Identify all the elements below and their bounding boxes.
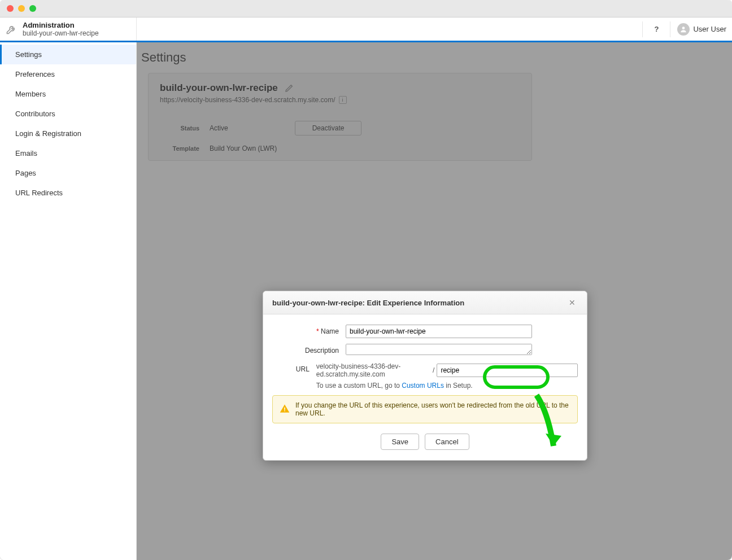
user-chip[interactable]: User User <box>677 23 726 36</box>
topbar-right: ? User User <box>137 18 732 41</box>
sidebar-item-settings[interactable]: Settings <box>0 45 136 64</box>
topbar-brand: Administration build-your-own-lwr-recipe <box>0 18 137 41</box>
sidebar-item-login-registration[interactable]: Login & Registration <box>0 124 136 143</box>
url-slash: / <box>433 366 434 374</box>
sidebar-item-label: Emails <box>15 149 37 158</box>
sidebar-item-pages[interactable]: Pages <box>0 163 136 183</box>
avatar-icon <box>677 23 690 36</box>
name-field-label: Name <box>321 327 339 335</box>
wrench-icon <box>5 23 18 36</box>
modal-header: build-your-own-lwr-recipe: Edit Experien… <box>263 291 587 314</box>
modal-title: build-your-own-lwr-recipe: Edit Experien… <box>272 299 464 307</box>
window-minimize-button[interactable] <box>18 5 25 12</box>
user-name-label: User User <box>693 25 726 33</box>
sidebar-item-label: URL Redirects <box>15 189 63 197</box>
hint-prefix: To use a custom URL, go to <box>316 382 402 390</box>
custom-urls-link[interactable]: Custom URLs <box>402 382 444 390</box>
help-button[interactable]: ? <box>642 21 670 37</box>
url-field-label: URL <box>272 362 316 373</box>
sidebar-item-label: Login & Registration <box>15 129 81 138</box>
window-titlebar <box>0 0 732 18</box>
save-button[interactable]: Save <box>381 434 419 450</box>
warning-icon <box>280 404 290 415</box>
close-icon[interactable]: ✕ <box>569 298 578 307</box>
sidebar-item-preferences[interactable]: Preferences <box>0 64 136 84</box>
sidebar-item-contributors[interactable]: Contributors <box>0 104 136 124</box>
url-domain-text: velocity-business-4336-dev-ed.scratch.my… <box>316 362 430 378</box>
sidebar-item-label: Pages <box>15 169 36 177</box>
sidebar: Settings Preferences Members Contributor… <box>0 42 137 560</box>
warning-text: If you change the URL of this experience… <box>295 401 570 417</box>
name-input[interactable] <box>346 325 532 338</box>
edit-experience-modal: build-your-own-lwr-recipe: Edit Experien… <box>263 291 587 461</box>
warning-banner: If you change the URL of this experience… <box>272 395 578 423</box>
sidebar-item-label: Preferences <box>15 70 55 78</box>
sidebar-item-label: Settings <box>15 50 42 59</box>
sidebar-item-url-redirects[interactable]: URL Redirects <box>0 183 136 203</box>
description-input[interactable] <box>346 344 532 355</box>
sidebar-item-label: Contributors <box>15 110 55 118</box>
description-field-label: Description <box>272 344 346 355</box>
sidebar-item-emails[interactable]: Emails <box>0 143 136 163</box>
cancel-button[interactable]: Cancel <box>425 434 469 450</box>
sidebar-item-members[interactable]: Members <box>0 84 136 104</box>
topbar: Administration build-your-own-lwr-recipe… <box>0 18 732 42</box>
topbar-subtitle: build-your-own-lwr-recipe <box>23 29 99 37</box>
svg-point-0 <box>682 27 685 29</box>
custom-url-hint: To use a custom URL, go to Custom URLs i… <box>316 382 578 390</box>
url-path-input[interactable] <box>437 364 578 377</box>
hint-suffix: in Setup. <box>444 382 473 390</box>
topbar-title: Administration <box>23 21 99 29</box>
window-maximize-button[interactable] <box>29 5 36 12</box>
sidebar-item-label: Members <box>15 90 46 98</box>
window-close-button[interactable] <box>7 5 14 12</box>
